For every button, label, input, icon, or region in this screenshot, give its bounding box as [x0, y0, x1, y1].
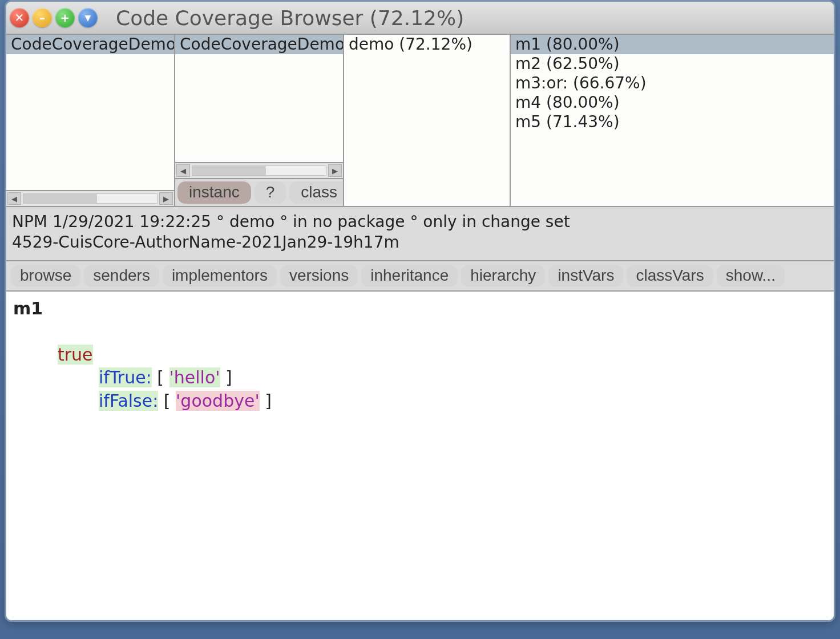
list-item[interactable]: m4 (80.00%)	[511, 93, 834, 112]
protocol-list[interactable]: demo (72.12%)	[344, 35, 510, 206]
list-item[interactable]: m2 (62.50%)	[511, 54, 834, 74]
scroll-thumb[interactable]	[192, 166, 266, 175]
window-title: Code Coverage Browser (72.12%)	[101, 6, 828, 30]
class-button[interactable]: class	[289, 181, 344, 204]
scroll-thumb[interactable]	[23, 194, 97, 203]
class-side-buttons: instanc ? class	[175, 178, 343, 206]
list-item[interactable]: m3:or: (66.67%)	[511, 74, 834, 93]
string-goodbye: 'goodbye'	[176, 391, 260, 411]
class-pane: CodeCoverageDemo ◀ ▶ instanc ? class	[175, 35, 344, 206]
scroll-left-icon[interactable]: ◀	[7, 192, 21, 205]
info-line-1: NPM 1/29/2021 19:22:25 ° demo ° in no pa…	[12, 212, 570, 231]
code-toolbar: browse senders implementors versions inh…	[6, 261, 834, 292]
method-info: NPM 1/29/2021 19:22:25 ° demo ° in no pa…	[6, 207, 834, 261]
keyword-iffalse: ifFalse:	[99, 391, 158, 411]
method-selector: m1	[13, 298, 43, 318]
bracket-open: [	[157, 367, 169, 387]
classvars-button[interactable]: classVars	[627, 265, 713, 287]
implementors-button[interactable]: implementors	[163, 265, 277, 287]
code-line: ifTrue: [ 'hello' ]	[13, 366, 827, 390]
info-line-2: 4529-CuisCore-AuthorName-2021Jan29-19h17…	[12, 233, 399, 252]
list-item[interactable]: m1 (80.00%)	[511, 35, 834, 54]
category-list[interactable]: CodeCoverageDemo	[6, 35, 174, 190]
browse-button[interactable]: browse	[11, 265, 80, 287]
keyword-iftrue: ifTrue:	[99, 367, 152, 387]
query-button[interactable]: ?	[255, 181, 286, 204]
window-menu-icon[interactable]: ▼	[78, 8, 98, 27]
list-item[interactable]: m5 (71.43%)	[511, 112, 834, 132]
inheritance-button[interactable]: inheritance	[361, 265, 458, 287]
code-coverage-browser-window: ✕ – + ▼ Code Coverage Browser (72.12%) C…	[5, 0, 835, 622]
browser-panes: CodeCoverageDemo ◀ ▶ CodeCoverageDemo ◀ …	[6, 34, 834, 207]
versions-button[interactable]: versions	[280, 265, 358, 287]
bracket-close: ]	[220, 367, 232, 387]
hscrollbar[interactable]: ◀ ▶	[175, 162, 343, 178]
protocol-pane: demo (72.12%)	[344, 35, 511, 206]
code-pane[interactable]: m1 true ifTrue: [ 'hello' ] ifFalse: [ '…	[6, 292, 834, 620]
list-item[interactable]: CodeCoverageDemo	[175, 35, 343, 54]
show-button[interactable]: show...	[717, 265, 785, 287]
hscrollbar[interactable]: ◀ ▶	[6, 190, 174, 206]
list-item[interactable]: CodeCoverageDemo	[6, 35, 174, 54]
titlebar[interactable]: ✕ – + ▼ Code Coverage Browser (72.12%)	[6, 2, 834, 34]
keyword-true: true	[58, 345, 93, 365]
scroll-track[interactable]	[192, 165, 326, 176]
close-icon[interactable]: ✕	[10, 8, 29, 27]
category-pane: CodeCoverageDemo ◀ ▶	[6, 35, 175, 206]
bracket-open: [	[164, 391, 176, 411]
list-item[interactable]: demo (72.12%)	[344, 35, 510, 54]
class-list[interactable]: CodeCoverageDemo	[175, 35, 343, 162]
instance-button[interactable]: instanc	[177, 181, 251, 204]
scroll-track[interactable]	[23, 193, 158, 204]
string-hello: 'hello'	[169, 367, 220, 387]
scroll-right-icon[interactable]: ▶	[328, 164, 342, 177]
method-list[interactable]: m1 (80.00%) m2 (62.50%) m3:or: (66.67%) …	[511, 35, 834, 206]
hierarchy-button[interactable]: hierarchy	[461, 265, 545, 287]
scroll-left-icon[interactable]: ◀	[176, 164, 190, 177]
maximize-icon[interactable]: +	[55, 8, 75, 27]
code-line: true	[13, 343, 827, 367]
instvars-button[interactable]: instVars	[548, 265, 623, 287]
bracket-close: ]	[260, 391, 272, 411]
code-line: ifFalse: [ 'goodbye' ]	[13, 390, 827, 413]
senders-button[interactable]: senders	[84, 265, 159, 287]
method-pane: m1 (80.00%) m2 (62.50%) m3:or: (66.67%) …	[511, 35, 834, 206]
scroll-right-icon[interactable]: ▶	[159, 192, 173, 205]
minimize-icon[interactable]: –	[33, 8, 52, 27]
